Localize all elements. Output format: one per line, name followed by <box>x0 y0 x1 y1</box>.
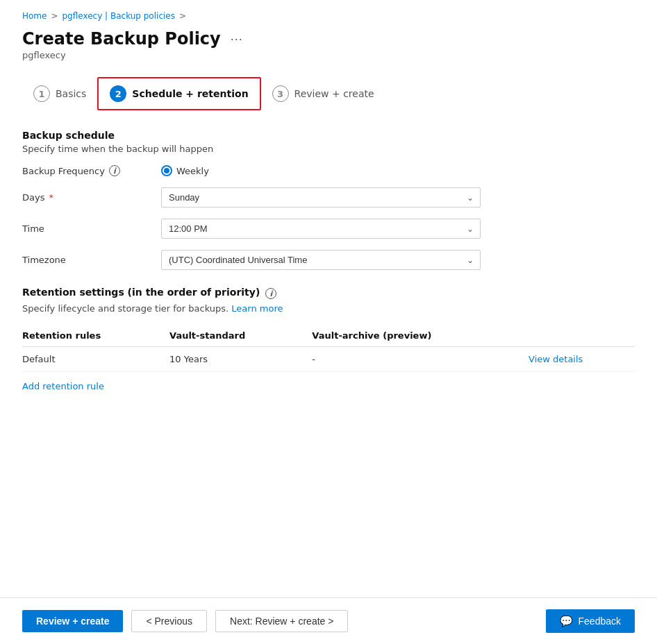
step-circle-schedule: 2 <box>110 85 126 102</box>
wizard-step-basics[interactable]: 1 Basics <box>22 78 97 109</box>
page-title-row: Create Backup Policy ··· <box>22 29 635 49</box>
step-label-schedule: Schedule + retention <box>132 88 248 99</box>
col-header-action <box>529 325 635 347</box>
frequency-radio-group: Weekly <box>161 165 209 176</box>
retention-title: Retention settings (in the order of prio… <box>22 287 260 298</box>
feedback-icon: 💬 <box>560 615 573 627</box>
step-circle-review: 3 <box>272 85 289 102</box>
days-row: Days * Sunday Monday Tuesday Wednesday T… <box>22 187 635 207</box>
backup-schedule-section: Backup schedule Specify time when the ba… <box>22 130 635 270</box>
backup-schedule-subtitle: Specify time when the backup will happen <box>22 144 635 154</box>
ellipsis-button[interactable]: ··· <box>228 32 246 46</box>
days-required-star: * <box>49 192 53 203</box>
time-select[interactable]: 12:00 AM 12:00 PM 6:00 PM <box>161 219 481 239</box>
weekly-radio-circle <box>161 165 172 176</box>
frequency-weekly-option[interactable]: Weekly <box>161 165 209 176</box>
add-retention-rule-link[interactable]: Add retention rule <box>22 381 104 391</box>
col-header-rules: Retention rules <box>22 325 169 347</box>
page-subtitle: pgflexecy <box>22 50 635 60</box>
next-button[interactable]: Next: Review + create > <box>215 610 348 632</box>
days-label: Days * <box>22 192 161 203</box>
rule-name-cell: Default <box>22 347 169 372</box>
days-select-wrapper: Sunday Monday Tuesday Wednesday Thursday… <box>161 187 481 207</box>
feedback-button[interactable]: 💬 Feedback <box>546 609 635 633</box>
retention-info-icon[interactable]: i <box>265 288 276 299</box>
retention-subtitle: Specify lifecycle and storage tier for b… <box>22 303 635 314</box>
step-label-review: Review + create <box>294 88 374 99</box>
time-row: Time 12:00 AM 12:00 PM 6:00 PM ⌄ <box>22 219 635 239</box>
time-label: Time <box>22 223 161 234</box>
retention-header-row: Retention settings (in the order of prio… <box>22 287 635 300</box>
breadcrumb-home[interactable]: Home <box>22 11 47 21</box>
previous-button[interactable]: < Previous <box>131 610 207 632</box>
vault-standard-cell: 10 Years <box>169 347 312 372</box>
backup-frequency-label: Backup Frequency i <box>22 165 161 176</box>
days-select[interactable]: Sunday Monday Tuesday Wednesday Thursday… <box>161 187 481 207</box>
time-select-wrapper: 12:00 AM 12:00 PM 6:00 PM ⌄ <box>161 219 481 239</box>
wizard-step-review[interactable]: 3 Review + create <box>261 78 385 109</box>
retention-section: Retention settings (in the order of prio… <box>22 287 635 391</box>
view-details-link[interactable]: View details <box>529 354 583 364</box>
breadcrumb: Home > pgflexecy | Backup policies > <box>22 11 635 21</box>
footer: Review + create < Previous Next: Review … <box>0 598 657 644</box>
wizard-step-schedule[interactable]: 2 Schedule + retention <box>97 77 260 110</box>
review-create-button[interactable]: Review + create <box>22 610 123 632</box>
timezone-select[interactable]: (UTC) Coordinated Universal Time (UTC-05… <box>161 250 481 270</box>
learn-more-link[interactable]: Learn more <box>231 303 283 314</box>
step-circle-basics: 1 <box>33 85 50 102</box>
backup-frequency-row: Backup Frequency i Weekly <box>22 165 635 176</box>
weekly-label: Weekly <box>176 166 209 176</box>
col-header-vault-archive: Vault-archive (preview) <box>312 325 529 347</box>
feedback-label: Feedback <box>579 616 621 627</box>
timezone-label: Timezone <box>22 255 161 265</box>
breadcrumb-sep2: > <box>179 11 186 21</box>
vault-archive-cell: - <box>312 347 529 372</box>
table-row: Default 10 Years - View details <box>22 347 635 372</box>
retention-table: Retention rules Vault-standard Vault-arc… <box>22 325 635 372</box>
step-label-basics: Basics <box>56 88 86 99</box>
page-title: Create Backup Policy <box>22 29 221 49</box>
view-details-cell: View details <box>529 347 635 372</box>
breadcrumb-policies[interactable]: pgflexecy | Backup policies <box>63 11 175 21</box>
wizard-steps: 1 Basics 2 Schedule + retention 3 Review… <box>22 77 635 110</box>
timezone-select-wrapper: (UTC) Coordinated Universal Time (UTC-05… <box>161 250 481 270</box>
backup-schedule-title: Backup schedule <box>22 130 635 141</box>
breadcrumb-sep1: > <box>51 11 58 21</box>
frequency-info-icon[interactable]: i <box>109 165 120 176</box>
col-header-vault-standard: Vault-standard <box>169 325 312 347</box>
timezone-row: Timezone (UTC) Coordinated Universal Tim… <box>22 250 635 270</box>
